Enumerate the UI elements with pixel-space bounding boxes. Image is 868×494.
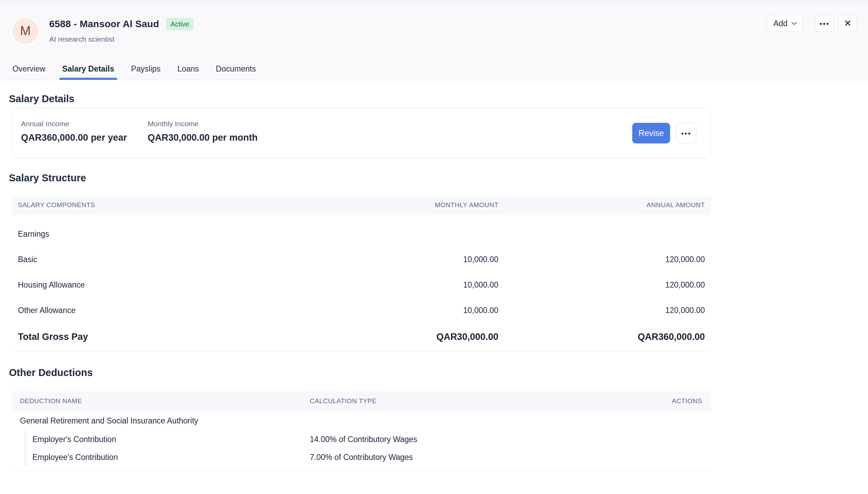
job-title: AI research scientist (49, 35, 194, 43)
salary-structure-heading: Salary Structure (9, 172, 868, 183)
tab-overview[interactable]: Overview (12, 64, 46, 80)
modal-top-edge (0, 0, 868, 3)
total-monthly-amount: QAR30,000.00 (326, 332, 498, 342)
close-icon: ✕ (844, 19, 852, 28)
col-salary-components: SALARY COMPONENTS (18, 201, 326, 209)
salary-details-heading: Salary Details (9, 80, 868, 104)
table-row-employer-contribution: Employer's Contribution 14.00% of Contri… (25, 430, 711, 448)
add-button[interactable]: Add (767, 15, 803, 32)
annual-amount: 120,000.00 (498, 280, 705, 290)
component-name: Other Allowance (18, 306, 326, 315)
annual-income-label: Annual Income (21, 120, 127, 128)
more-options-button[interactable]: ••• (815, 15, 834, 32)
deductions-header-row: DEDUCTION NAME CALCULATION TYPE ACTIONS (12, 391, 711, 411)
earnings-group-label: Earnings (12, 221, 711, 247)
employee-header: M 6588 - Mansoor Al Saud Active AI resea… (0, 3, 868, 80)
annual-income-value: QAR360,000.00 per year (21, 132, 127, 143)
ellipsis-icon: ••• (680, 130, 691, 137)
other-deductions-table: DEDUCTION NAME CALCULATION TYPE ACTIONS … (12, 391, 711, 471)
col-actions: ACTIONS (633, 397, 702, 405)
col-monthly-amount: MONTHLY AMOUNT (326, 201, 498, 209)
annual-amount: 120,000.00 (498, 306, 705, 315)
chevron-down-icon (791, 22, 797, 25)
deduction-name: Employer's Contribution (32, 435, 310, 444)
employee-identity: 6588 - Mansoor Al Saud Active AI researc… (49, 18, 194, 43)
tab-bar: Overview Salary Details Payslips Loans D… (12, 64, 256, 80)
tab-salary-details[interactable]: Salary Details (62, 64, 115, 80)
tab-loans[interactable]: Loans (177, 64, 200, 80)
add-button-label: Add (773, 19, 787, 28)
monthly-income-label: Monthly Income (148, 120, 258, 128)
annual-income-block: Annual Income QAR360,000.00 per year (21, 120, 127, 143)
calculation-type: 7.00% of Contributory Wages (310, 453, 711, 462)
deduction-sub-rows: Employer's Contribution 14.00% of Contri… (25, 430, 711, 466)
deduction-name: Employee's Contribution (32, 453, 310, 462)
table-row-employee-contribution: Employee's Contribution 7.00% of Contrib… (25, 448, 711, 466)
total-label: Total Gross Pay (18, 332, 326, 342)
component-name: Basic (18, 255, 326, 264)
table-row-basic: Basic 10,000.00 120,000.00 (12, 247, 711, 272)
component-name: Housing Allowance (18, 280, 326, 290)
employee-name: 6588 - Mansoor Al Saud (49, 19, 159, 30)
income-more-options-button[interactable]: ••• (676, 123, 696, 143)
calculation-type: 14.00% of Contributory Wages (310, 435, 711, 444)
income-card-actions: Revise ••• (632, 123, 696, 143)
ellipsis-icon: ••• (819, 20, 830, 27)
monthly-amount: 10,000.00 (326, 255, 498, 264)
avatar: M (12, 18, 39, 44)
close-button[interactable]: ✕ (838, 15, 857, 32)
header-actions: Add ••• ✕ (767, 15, 857, 32)
salary-details-page: Salary Details Annual Income QAR360,000.… (0, 80, 868, 471)
revise-button[interactable]: Revise (632, 123, 670, 143)
col-annual-amount: ANNUAL AMOUNT (498, 201, 705, 209)
col-calculation-type: CALCULATION TYPE (310, 397, 633, 405)
monthly-amount: 10,000.00 (326, 306, 498, 315)
monthly-income-block: Monthly Income QAR30,000.00 per month (148, 120, 258, 143)
table-row-other-allowance: Other Allowance 10,000.00 120,000.00 (12, 298, 711, 323)
salary-structure-header-row: SALARY COMPONENTS MONTHLY AMOUNT ANNUAL … (12, 195, 711, 215)
total-gross-pay-row: Total Gross Pay QAR30,000.00 QAR360,000.… (12, 323, 711, 351)
deduction-group-name: General Retirement and Social Insurance … (12, 411, 711, 430)
total-annual-amount: QAR360,000.00 (498, 332, 705, 342)
tab-documents[interactable]: Documents (215, 64, 256, 80)
income-summary-card: Annual Income QAR360,000.00 per year Mon… (12, 108, 711, 159)
annual-amount: 120,000.00 (498, 255, 705, 264)
other-deductions-heading: Other Deductions (9, 367, 868, 378)
status-badge: Active (166, 18, 193, 30)
salary-structure-table: SALARY COMPONENTS MONTHLY AMOUNT ANNUAL … (12, 195, 711, 351)
monthly-income-value: QAR30,000.00 per month (148, 132, 258, 143)
monthly-amount: 10,000.00 (326, 280, 498, 290)
col-deduction-name: DEDUCTION NAME (20, 397, 310, 405)
tab-payslips[interactable]: Payslips (130, 64, 161, 80)
table-row-housing-allowance: Housing Allowance 10,000.00 120,000.00 (12, 272, 711, 298)
